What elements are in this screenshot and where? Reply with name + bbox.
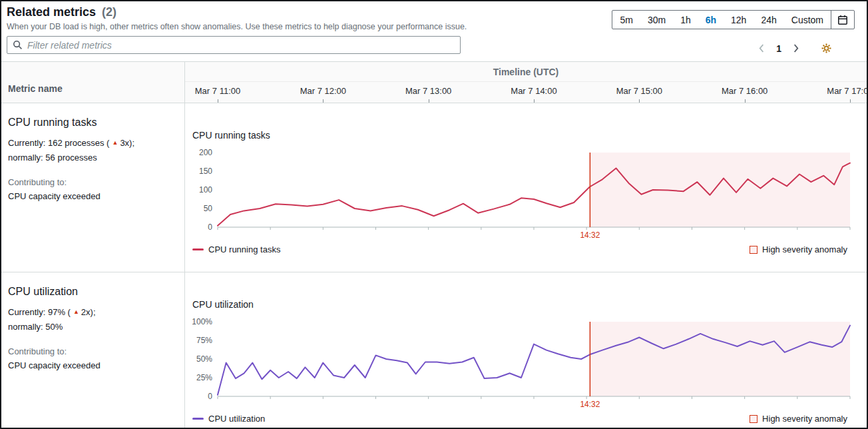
metric-name: CPU running tasks (8, 117, 175, 129)
legend-series[interactable]: CPU running tasks (192, 244, 280, 254)
metric-name-header-label: Metric name (8, 83, 63, 94)
settings-gear-icon[interactable] (821, 43, 832, 54)
timeline-tick-mark (323, 99, 324, 103)
cpu-running-tasks-chart[interactable]: 05010015020014:32 (185, 145, 868, 242)
contributing-value: CPU capacity exceeded (8, 189, 175, 203)
page-description: When your DB load is high, other metrics… (7, 22, 467, 31)
filter-box (7, 36, 461, 54)
timeline-tick-label: Mar 7 15:00 (616, 86, 662, 96)
legend-anomaly: High severity anomaly (750, 414, 847, 424)
timeline-tick-mark (639, 99, 640, 103)
search-icon (13, 40, 23, 50)
related-metrics-panel: Related metrics (2) When your DB load is… (0, 0, 868, 429)
timeline-tick-label: Mar 7 16:00 (722, 86, 767, 96)
metric-normally: normally: 50% (8, 320, 175, 334)
metric-current: Currently: 97% (▲2x); (8, 304, 175, 320)
page-number[interactable]: 1 (776, 43, 781, 54)
timeline-tick-mark (534, 99, 535, 103)
metric-name-column-header: Metric name (1, 62, 185, 103)
time-range-custom[interactable]: Custom (784, 11, 831, 29)
timeline-tick-label: Mar 7 14:00 (511, 86, 556, 96)
timeline-column-header: Timeline (UTC) Mar 7 11:00Mar 7 12:00Mar… (185, 62, 867, 103)
table-header: Metric name Timeline (UTC) Mar 7 11:00Ma… (1, 62, 867, 103)
legend-series-label: CPU running tasks (208, 244, 280, 254)
series-line-swatch (192, 418, 204, 420)
metric-current: Currently: 162 processes (▲3x); (8, 135, 175, 151)
legend-anomaly: High severity anomaly (750, 244, 847, 254)
time-range-1h[interactable]: 1h (673, 11, 698, 29)
table-row: CPU running tasks Currently: 162 process… (1, 103, 867, 272)
time-range-5m[interactable]: 5m (612, 11, 640, 29)
panel-header: Related metrics (2) When your DB load is… (1, 1, 867, 61)
calendar-icon[interactable] (831, 11, 854, 29)
timeline-ticks: Mar 7 11:00Mar 7 12:00Mar 7 13:00Mar 7 1… (185, 82, 867, 103)
table-row: CPU utilization Currently: 97% (▲2x); no… (1, 272, 867, 428)
timeline-tick-label: Mar 7 12:00 (300, 86, 346, 96)
next-page-button[interactable] (791, 42, 801, 55)
svg-text:0: 0 (208, 392, 212, 401)
svg-text:150: 150 (199, 167, 212, 176)
timeline-tick-label: Mar 7 11:00 (195, 86, 240, 96)
filter-input[interactable] (27, 40, 455, 51)
contributing-label: Contributing to: (8, 175, 175, 189)
metric-current-suffix: ); (129, 138, 134, 148)
timeline-tick-mark (850, 99, 851, 103)
legend-anomaly-label: High severity anomaly (762, 414, 847, 424)
series-line-swatch (192, 248, 204, 250)
timeline-cell: CPU running tasks 05010015020014:32 CPU … (185, 103, 867, 272)
chart-legend: CPU running tasks High severity anomaly (192, 244, 847, 254)
trend-up-icon: ▲ (112, 139, 118, 146)
timeline-tick-mark (218, 99, 218, 103)
timeline-tick-mark (429, 99, 429, 103)
legend-series-label: CPU utilization (208, 414, 265, 424)
svg-text:50: 50 (204, 204, 213, 213)
timeline-title-row: Timeline (UTC) (185, 62, 867, 82)
timeline-tick-mark (745, 99, 746, 103)
svg-text:75%: 75% (196, 336, 212, 345)
metric-normally: normally: 56 processes (8, 151, 175, 165)
page-title: Related metrics (2) (7, 5, 116, 19)
metric-current-text: Currently: 162 processes ( (8, 138, 109, 148)
contributing-value: CPU capacity exceeded (8, 358, 175, 372)
chart-title: CPU running tasks (192, 130, 867, 141)
previous-page-button[interactable] (757, 42, 767, 55)
svg-text:25%: 25% (196, 373, 212, 382)
time-range-24h[interactable]: 24h (754, 11, 783, 29)
related-metrics-table: Metric name Timeline (UTC) Mar 7 11:00Ma… (1, 61, 867, 428)
svg-text:14:32: 14:32 (580, 400, 600, 409)
trend-up-icon: ▲ (73, 308, 79, 315)
time-range-selector: 5m30m1h6h12h24hCustom (612, 10, 855, 29)
svg-text:0: 0 (208, 222, 212, 232)
timeline-header-label: Timeline (UTC) (493, 67, 559, 77)
metric-current-suffix: ); (91, 307, 96, 317)
timeline-tick-label: Mar 7 13:00 (405, 86, 451, 96)
svg-text:100: 100 (199, 185, 212, 195)
chart-title: CPU utilization (192, 299, 867, 310)
metric-cell: CPU running tasks Currently: 162 process… (1, 103, 185, 272)
table-tools: 1 (757, 42, 832, 55)
metric-name: CPU utilization (8, 286, 175, 298)
anomaly-box-swatch (750, 415, 758, 423)
metric-count: (2) (102, 5, 116, 19)
legend-anomaly-label: High severity anomaly (762, 244, 847, 254)
page-title-text: Related metrics (7, 5, 96, 19)
time-range-6h[interactable]: 6h (698, 11, 724, 29)
metric-multiplier: 3x (120, 138, 129, 148)
contributing-label: Contributing to: (8, 344, 175, 358)
time-range-options: 5m30m1h6h12h24hCustom (612, 11, 831, 29)
metric-current-text: Currently: 97% ( (8, 307, 71, 317)
svg-text:14:32: 14:32 (580, 230, 600, 240)
legend-series[interactable]: CPU utilization (192, 414, 265, 424)
anomaly-box-swatch (750, 246, 758, 254)
svg-text:200: 200 (199, 148, 212, 157)
timeline-tick-label: Mar 7 17:00 (827, 86, 868, 96)
time-range-12h[interactable]: 12h (724, 11, 754, 29)
svg-text:100%: 100% (192, 317, 212, 326)
chart-legend: CPU utilization High severity anomaly (192, 414, 847, 424)
timeline-cell: CPU utilization 025%50%75%100%14:32 CPU … (185, 272, 867, 428)
cpu-utilization-chart[interactable]: 025%50%75%100%14:32 (185, 314, 868, 411)
metric-cell: CPU utilization Currently: 97% (▲2x); no… (1, 272, 185, 428)
metric-multiplier: 2x (81, 307, 91, 317)
time-range-30m[interactable]: 30m (640, 11, 673, 29)
svg-text:50%: 50% (196, 354, 212, 364)
